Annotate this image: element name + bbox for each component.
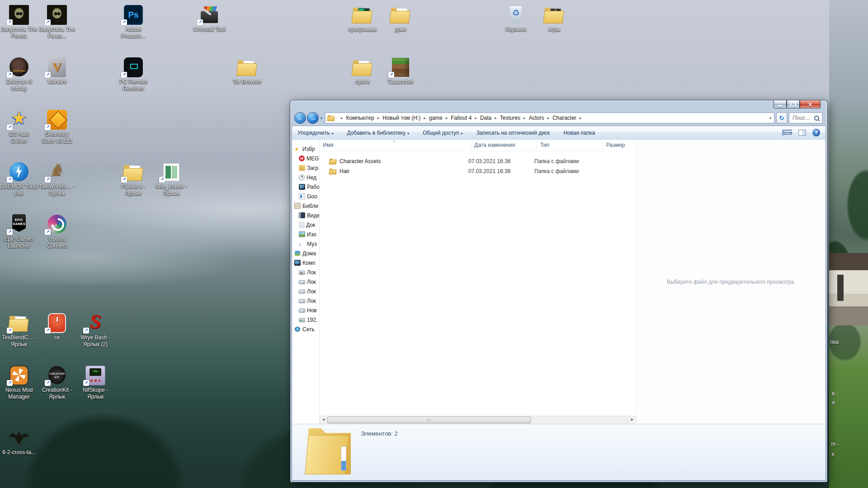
- desktop-icon[interactable]: проги: [344, 57, 382, 85]
- column-header[interactable]: Размер: [603, 140, 637, 151]
- scroll-right-arrow[interactable]: ►: [628, 416, 636, 424]
- breadcrumb-item[interactable]: game ▸: [429, 115, 451, 121]
- shortcut-arrow-icon: [159, 177, 165, 183]
- desktop-icon-label: Uninstall Tool: [190, 26, 228, 33]
- sidebar-item[interactable]: Лок: [292, 286, 319, 296]
- sidebar-item[interactable]: MEG: [292, 154, 319, 163]
- toolbar-button[interactable]: Упорядочить▾: [297, 130, 333, 136]
- sidebar-item[interactable]: Виде: [292, 211, 319, 220]
- column-header[interactable]: Тип: [537, 140, 603, 151]
- desktop-icon[interactable]: Adobe Photosh...: [114, 5, 152, 40]
- desktop-icon[interactable]: ce: [38, 313, 76, 341]
- breadcrumb-item[interactable]: Fallout 4 ▸: [451, 115, 480, 121]
- sidebar-item[interactable]: 192.: [292, 315, 319, 324]
- sidebar-item[interactable]: Нов: [292, 305, 319, 315]
- desktop-icon[interactable]: Uninstall Tool: [190, 5, 228, 33]
- items-count-label: Элементов: 2: [361, 430, 397, 437]
- sidebar-item[interactable]: Сеть: [292, 324, 319, 334]
- desktop-icon[interactable]: GS Auto Clicker: [0, 109, 38, 145]
- minimize-button[interactable]: [774, 100, 787, 108]
- close-button[interactable]: ×: [800, 100, 821, 108]
- sidebar-item[interactable]: Дома: [292, 249, 319, 258]
- desktop-icon[interactable]: Tor Browser: [228, 57, 266, 85]
- desktop-icon[interactable]: Geometry Dash v2.112: [38, 109, 76, 145]
- toolbar-button[interactable]: Общий доступ▾: [423, 130, 463, 136]
- sidebar-item-icon: [294, 203, 301, 209]
- maximize-button[interactable]: [787, 100, 800, 108]
- desktop-icon-label: CreationKit - Ярлык: [38, 387, 76, 400]
- sidebar-item[interactable]: Лок: [292, 296, 319, 305]
- scrollbar-track[interactable]: [531, 416, 628, 424]
- desktop-icon[interactable]: PC Remote Receiver: [114, 57, 152, 92]
- sidebar-item[interactable]: Библи: [292, 201, 319, 211]
- desktop-icon[interactable]: игры: [535, 5, 573, 33]
- breadcrumb-item[interactable]: Новый том (H:) ▸: [382, 115, 429, 121]
- desktop-icon[interactable]: Wrye Bash - Ярлык (2): [76, 313, 114, 348]
- desktop-icon[interactable]: DAEMON Tools Lite: [0, 162, 38, 197]
- scrollbar-thumb[interactable]: [327, 417, 531, 423]
- desktop-icon-image: [350, 57, 375, 78]
- desktop-icon[interactable]: Запустить The Fores...: [38, 5, 76, 40]
- column-header[interactable]: Дата изменения: [471, 140, 537, 151]
- sidebar-item[interactable]: Док: [292, 220, 319, 230]
- clipped-icon-label: в -: [832, 390, 838, 397]
- sidebar-item-label: Виде: [307, 212, 319, 219]
- desktop-icon[interactable]: f4se_loader - Ярлык: [152, 162, 190, 197]
- sidebar-item[interactable]: Лок: [292, 277, 319, 286]
- desktop-icon[interactable]: NifSkope - Ярлык: [76, 365, 114, 400]
- toolbar-button[interactable]: Новая папка▾: [563, 130, 595, 136]
- search-box: [789, 113, 822, 123]
- command-toolbar: Упорядочить▾ Добавить в библиотеку▾ Общи…: [292, 126, 826, 140]
- sidebar-item[interactable]: Избр: [292, 144, 319, 154]
- desktop-icon[interactable]: TLauncher: [382, 57, 420, 85]
- desktop-icon[interactable]: Fallout 4 - Ярлык: [114, 162, 152, 197]
- back-button[interactable]: ←: [294, 112, 306, 124]
- sidebar-item[interactable]: Goo: [292, 192, 319, 201]
- recent-pages-dropdown-icon[interactable]: ▾: [321, 116, 322, 120]
- help-button[interactable]: ?: [812, 129, 820, 136]
- sidebar-item[interactable]: Лок: [292, 267, 319, 277]
- sidebar-item[interactable]: Муз: [292, 239, 319, 249]
- desktop-icon[interactable]: программы: [344, 5, 382, 33]
- file-row[interactable]: Character Assets 07.03.2021 16:36 Папка …: [320, 156, 636, 166]
- sidebar-item-icon: [299, 165, 305, 171]
- sidebar-item[interactable]: Рабо: [292, 182, 319, 192]
- desktop-icon[interactable]: TaleWorlds.... - Ярлык: [38, 162, 76, 197]
- desktop-icon[interactable]: Ubisoft Connect: [38, 214, 76, 249]
- desktop-icon[interactable]: Valheim: [38, 57, 76, 85]
- change-view-button[interactable]: ▾: [782, 130, 792, 136]
- title-bar[interactable]: ×: [292, 100, 826, 111]
- desktop-icon[interactable]: Epic Games Launcher: [0, 214, 38, 249]
- preview-pane-button[interactable]: [798, 130, 806, 136]
- breadcrumb[interactable]: ▸ Компьютер ▸ Новый том (H:) ▸ game ▸ Fa…: [325, 113, 774, 123]
- breadcrumb-item[interactable]: Компьютер ▸: [346, 115, 383, 121]
- desktop-icon[interactable]: Nexus Mod Manager: [0, 365, 38, 400]
- desktop-icon[interactable]: CreationKit - Ярлык: [38, 365, 76, 400]
- sidebar-item[interactable]: Комп: [292, 258, 319, 267]
- breadcrumb-label: Textures: [500, 115, 520, 121]
- refresh-button[interactable]: ↻: [776, 113, 787, 123]
- scroll-left-arrow[interactable]: ◄: [320, 416, 327, 424]
- desktop-icon[interactable]: доки: [382, 5, 420, 33]
- desktop-icon-label: игры: [535, 26, 573, 33]
- desktop-icon[interactable]: TexBlendC... - Ярлык: [0, 313, 38, 348]
- file-row[interactable]: Hair 07.03.2021 16:36 Папка с файлами: [320, 166, 636, 176]
- breadcrumb-item[interactable]: Character ▸: [552, 115, 585, 121]
- forward-button[interactable]: →: [307, 112, 319, 124]
- desktop-icon[interactable]: 6-2-cross-ta...: [0, 427, 38, 456]
- desktop-icon[interactable]: Корзина: [497, 5, 535, 33]
- breadcrumb-item[interactable]: Actors ▸: [529, 115, 553, 121]
- sidebar-item[interactable]: Изо: [292, 230, 319, 239]
- desktop-icon-image: [7, 57, 31, 78]
- desktop-icon[interactable]: Dollchan 8 Infinity: [0, 57, 38, 92]
- toolbar-button[interactable]: Добавить в библиотеку▾: [347, 130, 409, 136]
- sidebar-item[interactable]: Загр: [292, 163, 319, 173]
- toolbar-button[interactable]: Записать на оптический диск▾: [476, 130, 550, 136]
- breadcrumb-item[interactable]: Data ▸: [480, 115, 500, 121]
- breadcrumb-item[interactable]: Textures ▸: [500, 115, 529, 121]
- horizontal-scrollbar[interactable]: ◄ ►: [320, 416, 636, 424]
- address-dropdown-icon[interactable]: ▾: [769, 116, 772, 120]
- sidebar-item[interactable]: Нед: [292, 173, 319, 182]
- desktop-icon[interactable]: Запустить The Forest: [0, 5, 38, 40]
- search-input[interactable]: [792, 114, 814, 122]
